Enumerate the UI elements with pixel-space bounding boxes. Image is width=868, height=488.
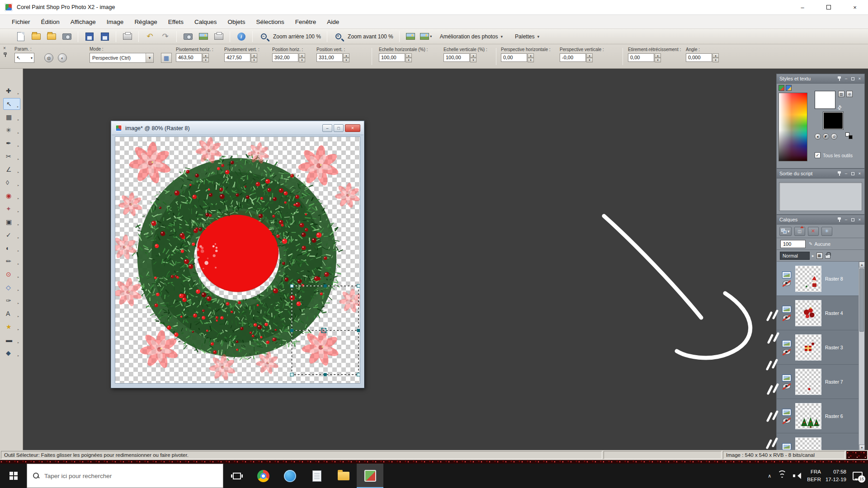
text-tool[interactable]: A▸: [3, 308, 20, 319]
network-icon[interactable]: [778, 473, 787, 479]
pick-selection-overlay[interactable]: [115, 137, 360, 383]
option-field-input[interactable]: 0,00: [501, 53, 527, 62]
close-button[interactable]: ×: [842, 0, 868, 14]
flood-fill-tool[interactable]: ◆▸: [3, 347, 20, 359]
layer-row-raster-6[interactable]: Raster 6: [777, 399, 864, 433]
delete-layer-button[interactable]: ✕: [808, 227, 819, 236]
start-button[interactable]: [0, 464, 27, 488]
dodge-tool[interactable]: ◐▸: [3, 242, 20, 254]
scroll-up-icon[interactable]: ▲: [859, 262, 865, 267]
material-chip[interactable]: [778, 85, 784, 91]
eraser-tool[interactable]: ▬▸: [3, 334, 20, 346]
menu-item-effets[interactable]: Effets: [163, 15, 189, 29]
document-canvas[interactable]: [115, 136, 360, 384]
layers-scrollbar[interactable]: ▲ ▼: [859, 262, 864, 450]
black-white-swatches[interactable]: [845, 132, 854, 140]
minimize-button[interactable]: –: [789, 0, 816, 14]
layer-row-raster-8[interactable]: Raster 8: [777, 262, 864, 296]
spinner-buttons[interactable]: ▲▼: [406, 53, 412, 62]
taskbar-search[interactable]: [27, 464, 223, 488]
open-file-button[interactable]: [30, 30, 42, 42]
menu-item-objets[interactable]: Objets: [222, 15, 250, 29]
option-field-input[interactable]: 0,000: [686, 53, 712, 62]
document-titlebar[interactable]: image* @ 80% (Raster 8) – □ ×: [112, 122, 363, 135]
redo-button[interactable]: ↷: [159, 30, 171, 42]
panel-minimize-button[interactable]: –: [843, 217, 849, 223]
panel-close-button[interactable]: ×: [857, 76, 863, 82]
airbrush-tool[interactable]: ⊙▸: [3, 268, 20, 280]
color-picker[interactable]: [778, 93, 807, 161]
straighten-tool[interactable]: ∠▸: [3, 164, 20, 175]
pick-tool[interactable]: ↖▸: [3, 98, 20, 110]
preset-shape-tool[interactable]: ◇▸: [3, 282, 20, 293]
quick-review-button[interactable]: [405, 30, 417, 42]
pin-icon[interactable]: [836, 76, 842, 82]
option-field-input[interactable]: 100,00: [379, 53, 405, 62]
spinner-buttons[interactable]: ▲▼: [203, 53, 209, 62]
link-set-field[interactable]: ✎ Aucune: [809, 241, 830, 247]
flyout-icon[interactable]: ▸: [812, 253, 814, 258]
material-chip[interactable]: [786, 85, 792, 91]
layer-visibility-toggle[interactable]: [783, 418, 791, 423]
option-field-input[interactable]: 463,50: [176, 53, 202, 62]
randomize-parameters-button[interactable]: ◍: [44, 53, 53, 62]
transparency-toggle-button[interactable]: ⊘: [846, 91, 853, 97]
menu-item-fen-tre[interactable]: Fenêtre: [290, 15, 322, 29]
perspective-correction-tool[interactable]: ◊▸: [3, 177, 20, 188]
gradient-style-button[interactable]: ◩: [823, 133, 829, 140]
panel-maximize-button[interactable]: [850, 171, 856, 177]
option-field-input[interactable]: 392,00: [272, 53, 298, 62]
spinner-buttons[interactable]: ▲▼: [470, 53, 476, 62]
document-maximize-button[interactable]: □: [334, 124, 344, 132]
spinner-buttons[interactable]: ▲▼: [586, 53, 593, 62]
reset-parameters-button[interactable]: ◐: [58, 53, 67, 62]
option-field-input[interactable]: 0,00: [628, 53, 654, 62]
edit-selection-button[interactable]: ✳: [821, 227, 832, 236]
new-file-button[interactable]: [14, 30, 27, 42]
option-field-input[interactable]: 331,00: [316, 53, 343, 62]
menu-item-dition[interactable]: Édition: [36, 15, 65, 29]
taskbar-notepad-button[interactable]: [303, 464, 330, 488]
foreground-color-swatch[interactable]: [815, 91, 835, 109]
styles-panel-header[interactable]: Styles et textu – ×: [777, 74, 864, 84]
pivot-grid-button[interactable]: ▦: [161, 53, 172, 63]
document-close-button[interactable]: ×: [345, 124, 360, 132]
dropper-tool[interactable]: ✒▸: [3, 137, 20, 149]
script-panel-header[interactable]: Sortie du script – ×: [777, 169, 864, 178]
layer-visibility-toggle[interactable]: [783, 281, 791, 286]
speaker-muted-icon[interactable]: ✕: [793, 473, 801, 479]
new-layer-button[interactable]: ▾: [779, 227, 792, 236]
color-style-button[interactable]: ●: [815, 133, 821, 140]
zoom-out-button[interactable]: −: [258, 30, 270, 42]
layers-panel-header[interactable]: Calques – ×: [777, 215, 864, 225]
notification-center-icon[interactable]: 15: [853, 472, 863, 480]
panel-minimize-button[interactable]: –: [843, 76, 849, 82]
info-button[interactable]: i: [235, 30, 247, 42]
panel-maximize-button[interactable]: [850, 76, 856, 82]
opacity-input[interactable]: 100: [780, 240, 806, 248]
background-color-swatch[interactable]: [823, 112, 844, 130]
import-button[interactable]: [61, 30, 73, 42]
document-minimize-button[interactable]: –: [322, 124, 332, 132]
taskbar-chrome-button[interactable]: [250, 464, 277, 488]
layer-visibility-toggle[interactable]: [783, 315, 791, 320]
panel-minimize-button[interactable]: –: [843, 171, 849, 177]
pin-icon[interactable]: [836, 217, 842, 223]
save-button[interactable]: [83, 30, 95, 42]
panel-maximize-button[interactable]: [850, 217, 856, 223]
browse-button[interactable]: [45, 30, 57, 42]
spinner-buttons[interactable]: ▲▼: [343, 53, 349, 62]
layer-row-raster-3[interactable]: Raster 3: [777, 330, 864, 365]
scratch-remover-tool[interactable]: ✓▸: [3, 229, 20, 241]
lock-transparency-button[interactable]: ▩: [816, 253, 823, 259]
scrollbar-thumb[interactable]: [859, 268, 864, 332]
lock-icon[interactable]: [825, 254, 830, 258]
panel-close-button[interactable]: ×: [857, 217, 863, 223]
magic-wand-tool[interactable]: ✳▸: [3, 124, 20, 136]
mode-dropdown[interactable]: Perspective (Ctrl) ▾: [90, 53, 154, 63]
menu-item-image[interactable]: Image: [101, 15, 129, 29]
tray-chevron-icon[interactable]: ∧: [768, 473, 771, 479]
layer-row-partial[interactable]: [777, 433, 864, 450]
option-field-input[interactable]: 100,00: [443, 53, 470, 62]
view-options-button[interactable]: ▾: [420, 30, 432, 42]
